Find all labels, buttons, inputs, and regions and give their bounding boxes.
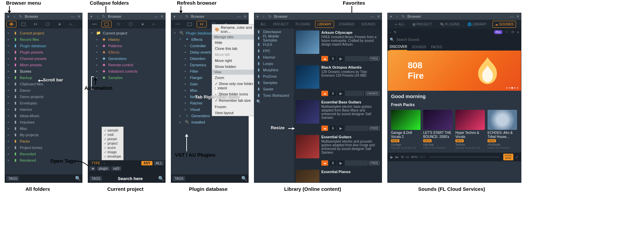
tab-all-folders[interactable] — [89, 21, 100, 27]
tree-item[interactable]: ▸ ▮ Scores — [6, 68, 82, 74]
close-icon[interactable]: ✕ — [159, 14, 164, 19]
tab-plugins[interactable]: 🔌PLUGINS — [438, 21, 462, 27]
heart-icon[interactable]: ♡ — [505, 30, 509, 34]
expand-icon[interactable]: ▸ — [185, 101, 188, 105]
hero-banner[interactable]: 808 Fire — [388, 51, 521, 91]
pack-card[interactable]: LET'S START THE BOUNCE: 2000's … NEW Hip… — [423, 110, 453, 149]
lib-category[interactable]: ▮Toxic Biohazard — [254, 92, 294, 98]
expand-icon[interactable]: ▸ — [185, 82, 188, 86]
tree-item[interactable]: ▸ ▮ Misc — [6, 125, 82, 132]
expand-icon[interactable]: ▸ — [179, 113, 183, 118]
tree-item[interactable]: ▸ ▮ Recent files — [6, 36, 82, 43]
type-filter-row[interactable]: TYPE › ANY ALL ★ plugin vst3 — [88, 160, 165, 174]
tree-item[interactable]: ▸ ▮ Project bones — [6, 144, 82, 151]
tag-option[interactable]: preset — [104, 137, 121, 141]
refresh-icon[interactable]: ↻ — [184, 14, 189, 19]
tags-footer[interactable]: TAGS 🔍 — [171, 174, 248, 182]
loop-icon[interactable]: ⟲ — [401, 155, 404, 159]
tree-item[interactable]: ▸ ▮ Dance — [6, 87, 82, 93]
tab-starred[interactable]: STARRED — [337, 21, 357, 27]
tags-button[interactable]: TAGS — [89, 176, 102, 181]
titlebar[interactable]: ▾ ↑ ↻ Browser — ✕ — [88, 13, 165, 20]
expand-icon[interactable]: ▸ — [8, 133, 11, 137]
expand-icon[interactable]: ▾ — [174, 31, 177, 35]
titlebar[interactable]: ▾ ↑ ↻ Browser — ✕ — [254, 13, 382, 20]
tab-context-menu[interactable]: 🎨Rename, color and icon... Manage tabs H… — [212, 24, 258, 116]
ctx-item[interactable]: ✓ Show only one folder content — [212, 81, 258, 91]
play-icon[interactable]: ▶ — [337, 56, 344, 61]
filter-any[interactable]: ANY — [141, 161, 152, 165]
folder-tree[interactable]: ▾ 📁 Current project ▸ ◆ History▸ ◆ Patte… — [88, 28, 165, 161]
lib-category[interactable]: ▮FLEX — [254, 41, 294, 48]
lib-category[interactable]: ▮PoiZone — [254, 73, 294, 79]
library-item[interactable]: Arksun Cityscape FREE included library P… — [294, 28, 382, 63]
back-icon[interactable]: ‹ — [390, 30, 391, 34]
tab-library[interactable]: LIBRARY — [315, 21, 334, 28]
tab-plugin-db[interactable] — [30, 21, 41, 27]
tree-item[interactable]: ▸ ▮ Plugin presets — [6, 49, 82, 55]
minimize-icon[interactable]: — — [509, 14, 514, 19]
tree-root[interactable]: ▾ 📁 Current project — [89, 30, 165, 36]
expand-icon[interactable]: ▸ — [8, 139, 11, 143]
sounds-search[interactable]: 🔍 — [388, 36, 521, 43]
menu-caret-icon[interactable]: ▾ — [6, 14, 11, 19]
tab-sounds[interactable]: SOUNDS — [359, 21, 378, 27]
pack-card[interactable]: Hyper Techno & Vocals NEW Techno Sample … — [455, 110, 485, 149]
expand-icon[interactable]: ▸ — [185, 75, 188, 80]
titlebar[interactable]: ▾ ↑ ↻ Browser — ✕ — [388, 13, 521, 20]
library-item[interactable]: Essential Bass Guitars Multisampled elec… — [294, 98, 382, 133]
lib-category[interactable]: ▮Harmor — [254, 54, 294, 60]
tag-option[interactable]: score — [104, 146, 121, 150]
lib-category[interactable]: ▮Loops — [254, 60, 294, 67]
library-item[interactable]: Essential Guitars Multisampled electric … — [294, 133, 382, 168]
minimize-icon[interactable]: — — [70, 14, 75, 19]
nav-up-icon[interactable]: ↑ — [261, 14, 266, 19]
tree-item[interactable]: ▸ ▮ Demo projects — [6, 93, 82, 100]
expand-icon[interactable]: ▸ — [8, 113, 11, 118]
tab-current-project[interactable] — [18, 21, 28, 27]
search-icon[interactable]: 🔍 — [256, 99, 261, 104]
tag-popup[interactable]: samplemidipresetprojectscoreimageenvelop… — [102, 127, 124, 160]
tree-item[interactable]: ▸ ◆ Remote control — [89, 62, 165, 68]
tag-option[interactable]: project — [104, 141, 121, 146]
refresh-icon[interactable]: ↻ — [18, 14, 23, 19]
nav-up-icon[interactable]: ↑ — [395, 14, 399, 19]
tags-button[interactable]: TAGS — [6, 176, 19, 181]
refresh-icon[interactable]: ↻ — [101, 14, 106, 19]
pack-card[interactable]: Garage & Drill Vocals 2 NEW Garage Sampl… — [391, 110, 421, 149]
expand-icon[interactable]: ▸ — [96, 44, 100, 48]
minimize-icon[interactable]: — — [370, 14, 375, 19]
next-icon[interactable]: ⏭ — [395, 155, 399, 159]
soundcloud-icon[interactable]: ☁ — [321, 91, 328, 96]
subtab-discover[interactable]: DISCOVER — [390, 44, 407, 51]
expand-icon[interactable]: ▸ — [8, 152, 11, 156]
titlebar[interactable]: ▾ ↑ ↻ Browser — ✕ — [171, 13, 248, 20]
folder-tree[interactable]: ▸ ▮ Current project▸ ▮ Recent files▸ ▮ P… — [5, 28, 82, 175]
history-icon[interactable]: ⟳ — [511, 30, 514, 34]
expand-icon[interactable]: ▸ — [96, 63, 100, 67]
expand-icon[interactable]: ▸ — [8, 88, 11, 92]
expand-icon[interactable]: ▸ — [8, 94, 11, 99]
expand-icon[interactable]: ▸ — [185, 94, 188, 99]
library-item[interactable]: Essential Pianos ☁ ⬇ ▶ — [294, 168, 382, 182]
chip-vst3[interactable]: vst3 — [111, 166, 121, 171]
ctx-item[interactable]: Move left — [212, 52, 258, 58]
ctx-item[interactable]: Hide — [212, 40, 258, 46]
ctx-item[interactable]: Zoom — [212, 75, 258, 81]
menu-caret-icon[interactable]: ▾ — [389, 14, 393, 19]
expand-icon[interactable]: ▾ — [179, 37, 183, 42]
ctx-item[interactable]: View layout — [212, 110, 258, 116]
soundcloud-icon[interactable]: ☁ — [321, 160, 328, 166]
tab-plugins[interactable]: PLUGINS — [294, 21, 312, 27]
tag-option[interactable]: image — [104, 150, 121, 154]
tab-current-project[interactable] — [102, 21, 112, 27]
tab-all-folders[interactable] — [6, 21, 16, 27]
expand-icon[interactable]: ▸ — [8, 145, 11, 150]
tags-footer[interactable]: TAGS Search here 🔍 — [88, 174, 165, 182]
menu-caret-icon[interactable]: ▾ — [89, 14, 94, 19]
ctx-item[interactable]: Show hidden — [212, 64, 258, 70]
tab-all[interactable]: ⇔ALL — [393, 21, 406, 27]
expand-icon[interactable]: ▸ — [8, 37, 11, 42]
expand-icon[interactable]: ▸ — [8, 158, 11, 162]
refresh-icon[interactable]: ↻ — [267, 14, 272, 19]
